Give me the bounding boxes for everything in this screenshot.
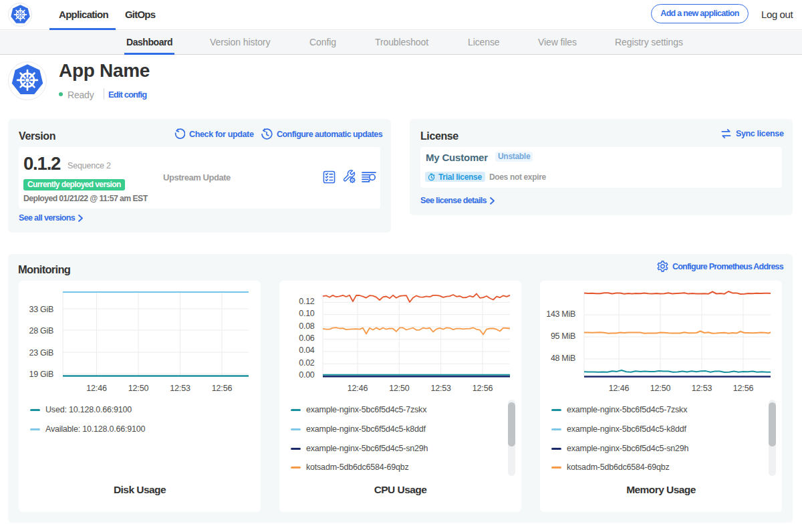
svg-text:95 MiB: 95 MiB — [551, 331, 575, 341]
svg-text:12:50: 12:50 — [650, 384, 671, 393]
svg-text:0.12: 0.12 — [299, 297, 314, 306]
svg-text:0.02: 0.02 — [299, 358, 314, 368]
svg-text:12:46: 12:46 — [609, 384, 630, 393]
svg-text:12:53: 12:53 — [431, 384, 452, 393]
svg-text:12:50: 12:50 — [389, 384, 410, 393]
svg-text:0.08: 0.08 — [299, 321, 314, 331]
svg-text:0.10: 0.10 — [299, 309, 314, 318]
svg-text:12:46: 12:46 — [86, 384, 107, 393]
svg-text:0.06: 0.06 — [299, 334, 314, 343]
svg-text:28 GiB: 28 GiB — [29, 326, 53, 336]
svg-text:12:56: 12:56 — [473, 384, 493, 393]
svg-text:12:53: 12:53 — [692, 384, 712, 393]
svg-text:23 GiB: 23 GiB — [29, 348, 53, 358]
svg-text:143 MiB: 143 MiB — [546, 309, 575, 319]
svg-text:12:53: 12:53 — [170, 384, 190, 393]
svg-text:33 GiB: 33 GiB — [29, 305, 53, 314]
svg-text:12:46: 12:46 — [348, 384, 368, 393]
svg-text:0.00: 0.00 — [299, 370, 314, 380]
svg-text:19 GiB: 19 GiB — [29, 370, 53, 379]
svg-text:12:56: 12:56 — [212, 384, 233, 393]
svg-text:12:56: 12:56 — [733, 384, 754, 393]
svg-text:12:50: 12:50 — [128, 384, 149, 393]
svg-text:48 MiB: 48 MiB — [551, 354, 575, 363]
svg-text:0.04: 0.04 — [299, 346, 314, 355]
